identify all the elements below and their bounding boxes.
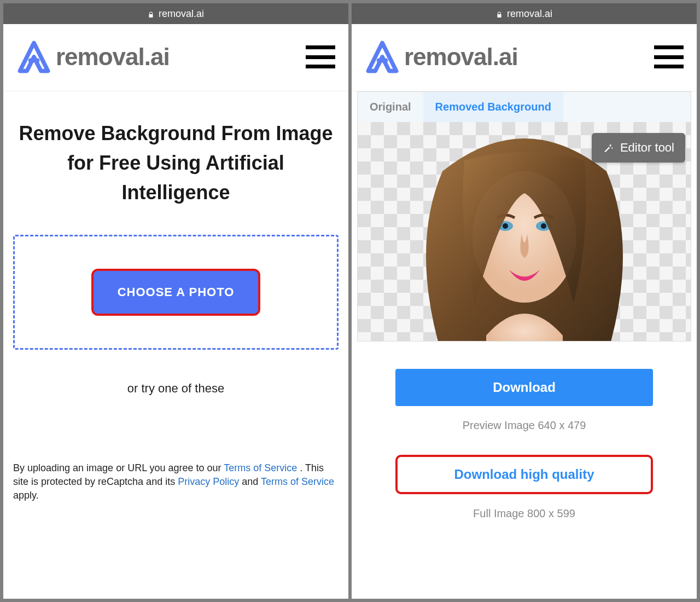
tos-link-2[interactable]: Terms of Service	[261, 476, 334, 487]
hamburger-menu-icon[interactable]	[306, 45, 335, 68]
svg-point-3	[503, 223, 508, 229]
download-button[interactable]: Download	[395, 369, 653, 406]
site-header: removal.ai	[352, 24, 697, 91]
try-samples-text: or try one of these	[13, 381, 339, 396]
lock-icon	[148, 10, 154, 18]
tab-removed-background[interactable]: Removed Background	[423, 92, 563, 122]
editor-tool-button[interactable]: Editor tool	[592, 133, 685, 163]
full-size-text: Full Image 800 x 599	[473, 507, 575, 520]
result-tabs: Original Removed Background	[358, 92, 691, 122]
preview-image-area: Editor tool	[358, 122, 691, 341]
browser-url-bar: removal.ai	[3, 3, 348, 24]
lock-icon	[496, 10, 503, 18]
brand-mark-icon	[365, 39, 400, 74]
download-actions: Download Preview Image 640 x 479 Downloa…	[357, 341, 691, 531]
upload-screen: removal.ai removal.ai Remove Background …	[3, 3, 348, 599]
brand-logo[interactable]: removal.ai	[16, 39, 170, 74]
result-screen: removal.ai removal.ai Original Removed B…	[352, 3, 697, 599]
page-headline: Remove Background From Image for Free Us…	[13, 119, 339, 207]
upload-content: Remove Background From Image for Free Us…	[3, 91, 348, 599]
tab-original[interactable]: Original	[358, 92, 423, 122]
browser-url-bar: removal.ai	[352, 3, 697, 24]
preview-size-text: Preview Image 640 x 479	[463, 419, 586, 432]
download-high-quality-button[interactable]: Download high quality	[395, 455, 653, 494]
brand-logo[interactable]: removal.ai	[365, 39, 518, 74]
brand-name: removal.ai	[404, 43, 518, 71]
site-header: removal.ai	[3, 24, 348, 91]
legal-text: By uploading an image or URL you agree t…	[13, 461, 339, 503]
privacy-link[interactable]: Privacy Policy	[178, 476, 239, 487]
result-panel: Original Removed Background	[357, 91, 691, 341]
tos-link[interactable]: Terms of Service	[224, 462, 297, 473]
brand-name: removal.ai	[56, 43, 170, 71]
result-content: Original Removed Background	[352, 91, 697, 599]
choose-photo-button[interactable]: CHOOSE A PHOTO	[91, 269, 261, 316]
editor-tool-label: Editor tool	[620, 141, 674, 155]
hamburger-menu-icon[interactable]	[654, 45, 684, 68]
wand-icon	[603, 142, 614, 153]
brand-mark-icon	[16, 39, 51, 74]
url-text: removal.ai	[507, 8, 552, 20]
upload-dropzone[interactable]: CHOOSE A PHOTO	[13, 235, 339, 350]
url-text: removal.ai	[159, 8, 204, 20]
svg-point-4	[541, 223, 546, 229]
